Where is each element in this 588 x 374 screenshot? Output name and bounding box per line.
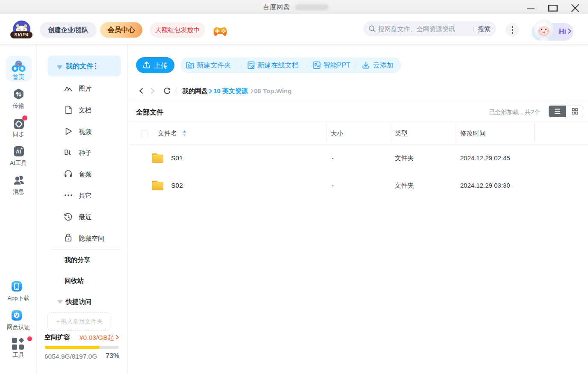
svg-text:AI: AI bbox=[317, 65, 320, 68]
svg-text:V: V bbox=[15, 313, 18, 318]
svg-text:AI: AI bbox=[16, 149, 21, 155]
